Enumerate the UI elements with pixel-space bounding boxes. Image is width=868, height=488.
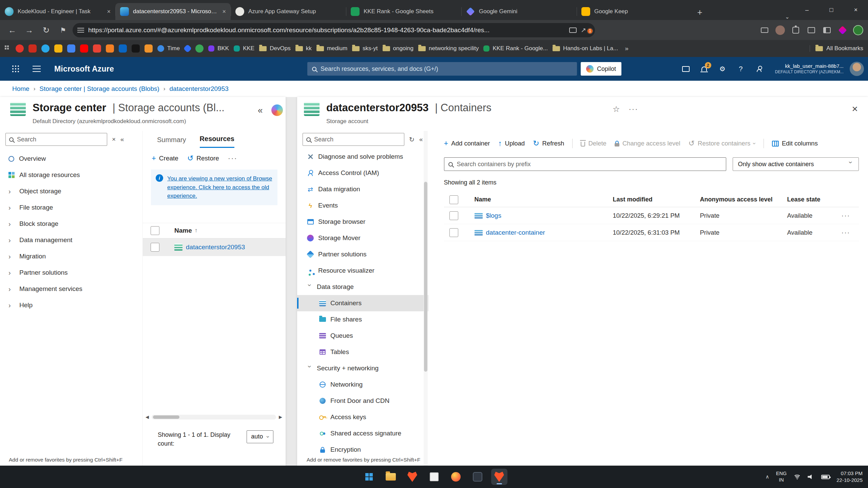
copilot-round-icon[interactable] [271,104,283,116]
sidebar-item-partner-solutions[interactable]: ›Partner solutions [0,265,142,281]
bookmark-favicon[interactable] [54,44,62,53]
brave-button[interactable] [404,469,421,485]
column-lease-state[interactable]: Lease state [787,196,842,203]
bookmark-bkk[interactable]: BKK [208,45,229,52]
row-checkbox[interactable] [449,228,458,237]
close-blade-icon[interactable]: × [852,103,858,115]
menu-item-shared-access-signature[interactable]: Shared access signature [297,425,428,442]
bookmark-kke-rank-sheet[interactable]: KKE Rank - Google... [483,45,548,52]
add-container-button[interactable]: +Add container [444,140,490,147]
row-more-icon[interactable]: ··· [842,229,859,236]
waffle-menu-icon[interactable] [12,65,14,67]
tab-close-icon[interactable]: × [107,8,111,15]
start-button[interactable] [361,469,377,485]
scroll-right-icon[interactable]: ▶ [279,414,282,419]
bookmark-folder-ongoing[interactable]: ongoing [383,45,414,52]
sidebar-item-help[interactable]: ›Help [0,297,142,313]
menu-item-networking[interactable]: Networking [297,376,428,393]
volume-icon[interactable] [808,474,814,480]
container-link[interactable]: datacenter-container [486,229,545,236]
back-button[interactable]: ← [5,23,20,38]
battery-icon[interactable] [821,475,830,479]
tab-kke-rank[interactable]: KKE Rank - Google Sheets [346,3,461,20]
delete-button[interactable]: Delete [581,140,606,147]
clear-search-icon[interactable]: × [112,136,116,143]
menu-item-diagnose[interactable]: Diagnose and solve problems [297,149,428,165]
refresh-button[interactable]: ↻Refresh [533,140,564,147]
menu-item-file-shares[interactable]: File shares [297,311,428,328]
bookmark-kke[interactable]: KKE [234,45,254,52]
breadcrumb-storage-account[interactable]: datacenterstor20953 [170,85,229,93]
menu-item-storage-mover[interactable]: Storage Mover [297,230,428,246]
select-all-checkbox[interactable] [449,195,458,204]
notifications-bell-icon[interactable]: 2 [696,61,712,77]
azure-search-input[interactable] [321,65,572,73]
tab-app-gateway[interactable]: Azure App Gateway Setup [231,3,346,20]
share-icon[interactable]: ↗ [581,26,586,34]
scroll-left-icon[interactable]: ◀ [146,414,149,419]
menu-scrollbar-thumb[interactable] [424,182,427,372]
container-link[interactable]: $logs [486,212,501,219]
table-row-logs[interactable]: $logs 10/22/2025, 6:29:21 PM Private Ava… [444,207,859,224]
display-count-select[interactable]: auto › [247,430,273,443]
firefox-button[interactable] [448,469,464,485]
tab-resources[interactable]: Resources [200,135,234,148]
editor-button[interactable] [469,469,486,485]
edit-columns-button[interactable]: Edit columns [772,140,818,147]
bookmark-favicon[interactable] [144,44,153,53]
account-info[interactable]: kk_lab_user_main-88b7... DEFAULT DIRECTO… [775,63,844,75]
bookmark-folder-devops[interactable]: DevOps [259,45,290,52]
bookmark-favicon-gmail[interactable] [93,44,101,53]
sidebar-item-block-storage[interactable]: ›Block storage [0,216,142,232]
bookmark-folder-handson-labs[interactable]: Hands-on Labs | La... [553,45,618,52]
tab-close-icon[interactable]: × [222,8,226,15]
more-actions-button[interactable]: ··· [228,154,237,163]
select-all-checkbox[interactable] [151,226,159,235]
settings-gear-icon[interactable]: ⚙ [715,61,730,77]
more-icon[interactable]: ··· [629,105,638,114]
leo-ai-icon[interactable] [837,25,848,35]
tab-search-icon[interactable]: ⌄ [780,14,795,20]
collapse-blade-icon[interactable]: « [258,105,263,116]
site-settings-icon[interactable] [77,28,84,33]
copilot-button[interactable]: Copilot [581,62,621,76]
bookmark-time[interactable]: Time [157,45,180,52]
bookmark-favicon-globe[interactable] [195,44,204,53]
breadcrumb-storage-center[interactable]: Storage center | Storage accounts (Blobs… [39,85,159,93]
bookmark-favicon[interactable] [16,44,24,53]
menu-item-front-door[interactable]: Front Door and CDN [297,393,428,409]
bookmark-favicon-telegram[interactable] [41,44,50,53]
menu-item-access-keys[interactable]: Access keys [297,409,428,425]
extension-avatar-icon[interactable] [775,25,785,35]
column-last-modified[interactable]: Last modified [613,196,700,203]
row-more-icon[interactable]: ··· [842,212,859,219]
sidebar-search-input[interactable] [17,136,103,143]
row-checkbox[interactable] [449,211,458,220]
screenshot-icon[interactable] [806,25,816,35]
bookmarks-overflow-icon[interactable]: » [625,45,629,52]
menu-item-encryption[interactable]: Encryption [297,442,428,458]
apps-grid-icon[interactable] [5,45,11,52]
tab-datacenterstor[interactable]: datacenterstor20953 - Microsoft... × [115,3,231,20]
tray-expand-icon[interactable]: ∧ [766,474,769,480]
tab-gemini[interactable]: Google Gemini [461,3,577,20]
feedback-icon[interactable] [751,61,767,77]
column-access-level[interactable]: Anonymous access level [700,196,787,203]
menu-item-containers[interactable]: Containers [297,295,428,311]
profile-avatar[interactable] [853,25,863,35]
reading-mode-icon[interactable] [569,27,577,33]
bookmark-favicon-diamond[interactable] [183,44,192,53]
bookmark-folder-medium[interactable]: medium [316,45,347,52]
app-window-button[interactable] [426,469,442,485]
sidebar-search-box[interactable] [5,133,107,146]
sidebar-item-migration[interactable]: ›Migration [0,248,142,265]
forward-button[interactable]: → [22,23,37,38]
sidebar-item-file-storage[interactable]: ›File storage [0,199,142,216]
bookmark-favicon[interactable] [28,44,37,53]
name-column-header[interactable]: Name [174,227,192,234]
bookmark-favicon-linkedin[interactable] [119,44,127,53]
favorite-star-icon[interactable]: ☆ [613,104,620,114]
help-icon[interactable]: ? [733,61,749,77]
bookmark-favicon-youtube[interactable] [80,44,88,53]
menu-item-storage-browser[interactable]: Storage browser [297,214,428,230]
